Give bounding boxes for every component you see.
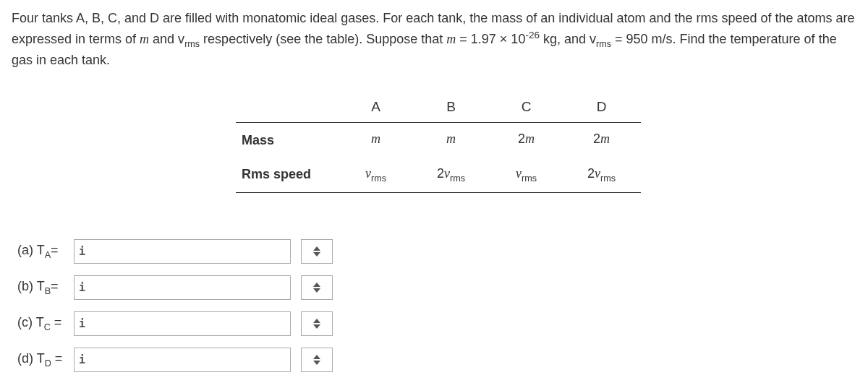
chevron-up-icon: [313, 355, 320, 359]
unit-stepper-D[interactable]: [301, 348, 333, 372]
col-A: A: [340, 92, 412, 123]
var-m-lhs: m: [446, 32, 456, 46]
answer-label: (b) TB=: [17, 279, 74, 296]
col-B: B: [412, 92, 490, 123]
var: v: [444, 166, 450, 181]
col-C: C: [490, 92, 562, 123]
problem-line: Four tanks A, B, C, and D are filled wit…: [12, 11, 793, 25]
var: m: [371, 132, 380, 146]
answer-input-A[interactable]: i: [74, 239, 291, 264]
pre: 2: [587, 166, 595, 181]
info-icon: i: [79, 317, 85, 330]
col-D: D: [562, 92, 641, 123]
row-head-mass: Mass: [236, 123, 340, 158]
table-row: Rms speed vrms 2vrms vrms 2vrms: [236, 158, 641, 192]
unit-stepper-C[interactable]: [301, 311, 333, 336]
var: v: [595, 166, 600, 181]
answer-row-B: (b) TB= i: [17, 272, 856, 303]
unit-stepper-A[interactable]: [301, 239, 333, 264]
cell: 2m: [562, 123, 641, 158]
unit-stepper-B[interactable]: [301, 275, 333, 300]
sub-rms2: rms: [596, 39, 611, 49]
cell: m: [340, 123, 412, 158]
var: v: [516, 166, 522, 181]
answer-row-A: (a) TA= i: [17, 236, 856, 267]
chevron-down-icon: [313, 324, 320, 329]
answer-label: (c) TC =: [17, 315, 74, 332]
chevron-down-icon: [313, 252, 320, 257]
cell: vrms: [340, 158, 412, 192]
data-table: A B C D Mass m m 2m 2m Rms speed vrms 2v: [236, 92, 856, 192]
row-head-rms: Rms speed: [236, 158, 340, 192]
chevron-up-icon: [313, 319, 320, 323]
problem-and: and v: [149, 32, 184, 46]
sub: rms: [600, 173, 616, 184]
col-blank: [236, 92, 340, 123]
var: m: [446, 132, 456, 146]
problem-text: Four tanks A, B, C, and D are filled wit…: [12, 9, 856, 70]
pre: 2: [518, 132, 525, 146]
info-icon: i: [79, 245, 85, 258]
lbl: (b) T: [17, 279, 45, 293]
cell: m: [412, 123, 490, 158]
eq-m: = 1.97 × 10: [456, 32, 525, 46]
lbls: B: [45, 285, 51, 296]
chevron-down-icon: [313, 288, 320, 293]
lble: =: [51, 279, 59, 293]
lbls: C: [44, 322, 51, 332]
chevron-up-icon: [313, 283, 320, 287]
pre: 2: [593, 132, 600, 146]
sub: rms: [450, 173, 465, 184]
answer-input-B[interactable]: i: [74, 275, 291, 300]
answer-label: (a) TA=: [17, 243, 74, 260]
cell: 2m: [490, 123, 562, 158]
chevron-down-icon: [313, 361, 320, 365]
cell: vrms: [490, 158, 562, 192]
answer-label: (d) TD =: [17, 351, 74, 368]
var: m: [600, 132, 610, 146]
answer-section: (a) TA= i (b) TB= i (c) TC = i (d) TD = …: [12, 236, 856, 375]
table-row: Mass m m 2m 2m: [236, 123, 641, 158]
sub: rms: [522, 173, 537, 184]
lbl: (c) T: [17, 315, 44, 329]
pre: 2: [437, 166, 444, 181]
info-icon: i: [79, 281, 85, 294]
lbls: A: [45, 249, 51, 259]
answer-row-C: (c) TC = i: [17, 309, 856, 339]
sub-rms: rms: [184, 39, 200, 49]
answer-input-D[interactable]: i: [74, 348, 291, 372]
answer-row-D: (d) TD = i: [17, 345, 856, 375]
cell: 2vrms: [412, 158, 490, 192]
var: m: [525, 132, 535, 146]
eq-v: = 950 m/s. Find the: [611, 32, 727, 46]
eq-m-tail: kg, and v: [540, 32, 596, 46]
sub: rms: [371, 173, 386, 184]
problem-mid: respectively (see the table). Suppose th…: [200, 32, 446, 46]
info-icon: i: [79, 353, 85, 366]
var: v: [365, 166, 371, 181]
lble: =: [51, 243, 59, 257]
lble: =: [51, 351, 63, 366]
lbls: D: [45, 358, 51, 368]
chevron-up-icon: [313, 246, 320, 251]
var-m: m: [140, 32, 149, 46]
exp: -26: [525, 30, 540, 40]
lbl: (d) T: [17, 351, 45, 366]
lbl: (a) T: [17, 243, 45, 257]
cell: 2vrms: [562, 158, 641, 192]
answer-input-C[interactable]: i: [74, 311, 291, 336]
lble: =: [51, 315, 62, 329]
